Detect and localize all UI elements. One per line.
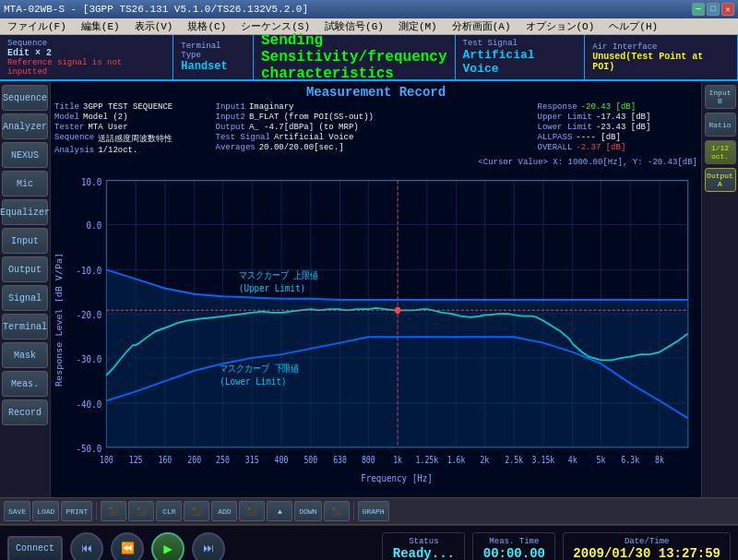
status-value: Ready... [393, 546, 455, 561]
averages-label: Averages [216, 143, 256, 152]
svg-text:6.3k: 6.3k [621, 454, 639, 465]
menu-help[interactable]: ヘルプ(H) [605, 19, 661, 33]
play-button[interactable]: ▶ [151, 532, 184, 561]
transport-bar: Connect ⏮ ⏪ ▶ ⏭ Status Ready... Meas. Ti… [0, 525, 738, 560]
graph-button[interactable]: GRAPH [358, 501, 389, 521]
title-label: Title [54, 102, 79, 112]
test-signal-field-label: Test Signal [216, 133, 270, 142]
main-layout: Sequence Analyzer NEXUS Mic Equalizer In… [0, 81, 738, 497]
tool-btn-2[interactable]: ⬛ [128, 501, 154, 521]
sidebar-item-equalizer[interactable]: Equalizer [2, 199, 48, 225]
sidebar-item-input[interactable]: Input [2, 228, 48, 254]
svg-text:100: 100 [100, 454, 113, 465]
back-button[interactable]: ⏪ [111, 532, 144, 561]
print-button[interactable]: PRINT [61, 501, 92, 521]
analysis-value: 1/12oct. [98, 146, 137, 155]
meas-time-section: Meas. Time 00:00.00 [472, 532, 555, 561]
measurement-record-title: Measurement Record [54, 85, 697, 100]
save-button[interactable]: SAVE [4, 501, 30, 521]
sidebar-item-mask[interactable]: Mask [2, 342, 48, 368]
meas-time-value: 00:00.00 [483, 546, 545, 561]
air-interface-section: Air Interface Unused(Test Point at POI) [585, 35, 738, 79]
forward-button[interactable]: ⏭ [192, 532, 225, 561]
add-button[interactable]: ADD [211, 501, 237, 521]
frequency-chart[interactable]: 10.0 0.0 -10.0 -20.0 -30.0 -40.0 -50.0 1… [54, 169, 697, 494]
info-col-3 [376, 102, 537, 155]
input1-label: Input1 [216, 102, 245, 112]
input2-value: B_FLAT (from POI(SS-out)) [249, 113, 374, 122]
toolbar: SAVE LOAD PRINT ⬛ ⬛ CLR ⬛ ADD ⬛ ▲ DOWN ⬛… [0, 497, 738, 525]
load-button[interactable]: LOAD [32, 501, 59, 521]
sidebar-item-mic[interactable]: Mic [2, 171, 48, 197]
lower-limit-label: Lower Limit [538, 123, 592, 132]
output-a-button[interactable]: Output A [705, 168, 736, 192]
output-value: A_ -4.7[dBPa] (to MRP) [249, 123, 359, 132]
sequence-field-label: Sequence [54, 133, 94, 145]
svg-text:2k: 2k [480, 454, 489, 465]
down-button[interactable]: DOWN [294, 501, 321, 521]
svg-text:-40.0: -40.0 [77, 398, 102, 410]
svg-text:125: 125 [129, 454, 143, 465]
toolbar-separator-1 [96, 502, 97, 520]
svg-text:4k: 4k [568, 454, 577, 465]
response-label: Response [538, 102, 577, 112]
octave-button[interactable]: 1/12 oct. [705, 140, 736, 164]
svg-text:5k: 5k [597, 454, 606, 465]
menu-view[interactable]: 表示(V) [131, 19, 177, 33]
overall-label: OVERALL [538, 143, 573, 152]
svg-text:500: 500 [304, 454, 317, 465]
sidebar-item-sequence[interactable]: Sequence [2, 85, 48, 111]
tool-btn-1[interactable]: ⬛ [101, 501, 126, 521]
info-col-2: Input1Imaginary Input2B_FLAT (from POI(S… [216, 102, 376, 155]
sidebar-item-record[interactable]: Record [2, 399, 48, 425]
menu-analysis[interactable]: 分析画面(A) [448, 19, 515, 33]
sidebar-item-meas[interactable]: Meas. [2, 371, 48, 397]
info-col-4: Response-20.43 [dB] Upper Limit-17.43 [d… [538, 102, 698, 155]
sequence-field-value: 送話感度周波数特性 [98, 133, 173, 145]
test-signal-section: Test Signal Artificial Voice [456, 35, 586, 79]
page-title: Sending Sensitivity/frequency characteri… [261, 32, 447, 82]
test-signal-field-value: Artificial Voice [274, 133, 353, 142]
menu-spec[interactable]: 規格(C) [184, 19, 230, 33]
menu-sequence[interactable]: シーケンス(S) [237, 19, 314, 33]
svg-text:1.6k: 1.6k [447, 454, 466, 465]
sidebar-item-signal[interactable]: Signal [2, 285, 48, 311]
menu-option[interactable]: オプション(O) [522, 19, 599, 33]
input-b-button[interactable]: Input B [705, 85, 736, 109]
sidebar-item-analyzer[interactable]: Analyzer [2, 113, 48, 139]
clr-button[interactable]: CLR [156, 501, 182, 521]
window-controls: ─ □ ✕ [692, 3, 734, 16]
menu-edit[interactable]: 編集(E) [77, 19, 124, 33]
sequence-section: Sequence Edit × 2 Reference signal is no… [0, 35, 173, 79]
svg-text:400: 400 [275, 454, 289, 465]
response-value: -20.43 [dB] [581, 102, 636, 112]
svg-text:-20.0: -20.0 [77, 308, 102, 320]
svg-text:8k: 8k [655, 454, 664, 465]
svg-text:Frequency [Hz]: Frequency [Hz] [361, 471, 433, 483]
maximize-button[interactable]: □ [707, 3, 720, 16]
minimize-button[interactable]: ─ [692, 3, 705, 16]
upper-limit-label: Upper Limit [538, 113, 592, 122]
air-interface-label: Air Interface [592, 42, 730, 52]
connect-button[interactable]: Connect [7, 536, 63, 561]
status-section: Status Ready... [382, 532, 465, 561]
tool-btn-4[interactable]: ⬛ [239, 501, 265, 521]
sidebar-item-output[interactable]: Output [2, 256, 48, 282]
rewind-button[interactable]: ⏮ [70, 532, 103, 561]
terminal-type-value: Handset [181, 60, 245, 73]
svg-text:800: 800 [362, 454, 375, 465]
svg-text:630: 630 [333, 454, 347, 465]
datetime-label: Date/Time [625, 537, 670, 546]
tool-btn-6[interactable]: ⬛ [324, 501, 350, 521]
menu-test-signal[interactable]: 試験信号(G) [321, 19, 387, 33]
menu-measure[interactable]: 測定(M) [395, 19, 441, 33]
svg-text:3.15k: 3.15k [532, 454, 555, 465]
close-button[interactable]: ✕ [721, 3, 734, 16]
tool-btn-3[interactable]: ⬛ [184, 501, 209, 521]
menu-file[interactable]: ファイル(F) [4, 19, 70, 33]
tool-btn-5[interactable]: ▲ [267, 501, 292, 521]
app-title: MTA-02WB-S - [3GPP TS26.131 V5.1.0/TS26.… [4, 4, 308, 15]
sidebar-item-terminal[interactable]: Terminal [2, 314, 48, 340]
ratio-button[interactable]: Ratio [705, 113, 736, 137]
sidebar-item-nexus[interactable]: NEXUS [2, 142, 48, 168]
